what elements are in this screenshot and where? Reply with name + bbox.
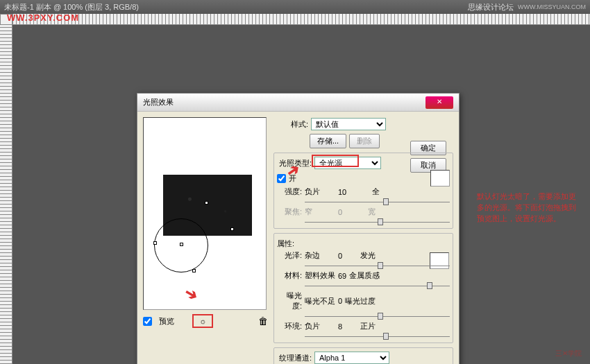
- app-title-bar: 未标题-1 副本 @ 100% (图层 3, RGB/8) 思缘设计论坛 WWW…: [0, 0, 590, 14]
- gloss-slider[interactable]: [305, 261, 450, 270]
- intensity-slider[interactable]: [305, 197, 450, 207]
- document-title: 未标题-1 副本 @ 100% (图层 3, RGB/8): [4, 2, 139, 12]
- light-center-handle[interactable]: [180, 243, 183, 246]
- save-button[interactable]: 存储...: [310, 134, 346, 148]
- ambience-slider[interactable]: [305, 331, 450, 341]
- light-on-checkbox[interactable]: [277, 174, 286, 183]
- light-handle[interactable]: [205, 201, 208, 205]
- site-url: WWW.MISSYUAN.COM: [518, 3, 586, 10]
- watermark-text: WW.3PXY.COM: [7, 12, 79, 23]
- dialog-title: 光照效果: [143, 97, 174, 107]
- light-color-swatch[interactable]: [430, 170, 450, 187]
- delete-button[interactable]: 删除: [349, 134, 380, 148]
- preview-panel[interactable]: [143, 117, 267, 310]
- texture-channel-select[interactable]: Alpha 1: [314, 352, 389, 364]
- style-select[interactable]: 默认值: [311, 118, 386, 130]
- dialog-title-bar[interactable]: 光照效果 ✕: [137, 94, 459, 112]
- light-handle[interactable]: [153, 241, 157, 245]
- highlight-box: [312, 155, 359, 167]
- add-light-bulb[interactable]: ☼: [192, 314, 213, 328]
- close-button[interactable]: ✕: [425, 96, 453, 109]
- style-label: 样式:: [273, 119, 308, 130]
- exposure-slider[interactable]: [305, 311, 450, 321]
- intensity-label: 强度:: [277, 187, 302, 197]
- material-slider[interactable]: [305, 281, 450, 291]
- light-handle[interactable]: [192, 269, 196, 272]
- preview-label: 预览: [159, 316, 174, 327]
- annotation-text: 默认灯光太暗了，需要添加更多的光源。将下面灯泡拖拽到预览图上，设置灯光源。: [477, 191, 581, 224]
- properties-label: 属性:: [277, 239, 312, 249]
- focus-slider: [305, 217, 450, 227]
- ruler-vertical[interactable]: [0, 25, 12, 364]
- focus-label: 聚焦:: [277, 207, 302, 217]
- bottom-watermark: 三✕学院: [555, 349, 582, 358]
- texture-channel-label: 纹理通道:: [277, 353, 312, 363]
- forum-name: 思缘设计论坛: [468, 2, 514, 12]
- trash-icon[interactable]: 🗑: [258, 315, 268, 327]
- preview-checkbox[interactable]: [143, 317, 152, 326]
- ruler-horizontal[interactable]: [12, 14, 590, 25]
- light-handle[interactable]: [230, 227, 234, 231]
- lighting-effects-dialog: 光照效果 ✕ 预览 ☼ 🗑 ➔ 确定: [137, 93, 460, 364]
